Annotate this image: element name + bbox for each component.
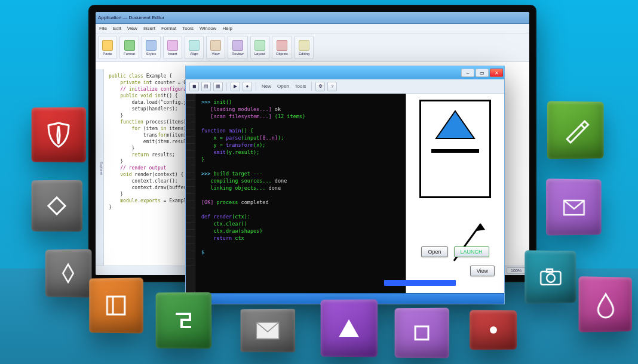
ribbon-group[interactable]: Objects bbox=[272, 36, 292, 59]
tb-label[interactable]: Tools bbox=[293, 84, 308, 89]
close-button[interactable]: ✕ bbox=[490, 69, 503, 77]
tile-shield[interactable] bbox=[32, 107, 87, 163]
maximize-button[interactable]: ▭ bbox=[476, 69, 489, 77]
svg-rect-13 bbox=[415, 326, 428, 340]
tile-envelope[interactable] bbox=[241, 309, 296, 353]
menu-edit[interactable]: Edit bbox=[113, 26, 121, 31]
mail-icon bbox=[559, 192, 588, 222]
svg-point-10 bbox=[547, 274, 555, 282]
launch-button[interactable]: LAUNCH bbox=[454, 246, 489, 257]
status-zoom: 100% bbox=[507, 267, 526, 274]
dot-icon bbox=[478, 315, 508, 345]
tb-debug-icon[interactable]: ● bbox=[243, 82, 252, 91]
tile-mail[interactable] bbox=[546, 178, 602, 235]
tb-run-icon[interactable]: ▶ bbox=[231, 82, 240, 91]
fg-titlebar[interactable]: – ▭ ✕ bbox=[186, 66, 504, 79]
tb-new-icon[interactable]: ◼ bbox=[189, 82, 199, 91]
progress-bar bbox=[384, 280, 456, 286]
triangle-icon bbox=[334, 313, 364, 343]
ribbon-group[interactable]: Align bbox=[185, 36, 204, 59]
tb-settings-icon[interactable]: ⚙ bbox=[315, 82, 325, 91]
open-button[interactable]: Open bbox=[421, 246, 447, 257]
envelope-icon bbox=[253, 316, 283, 346]
menu-format[interactable]: Format bbox=[161, 26, 176, 31]
svg-marker-0 bbox=[436, 111, 474, 138]
triangle-preview-icon bbox=[431, 107, 479, 143]
tb-label[interactable]: New bbox=[260, 84, 273, 89]
svg-rect-11 bbox=[547, 269, 553, 272]
ribbon-group[interactable]: Editing bbox=[295, 36, 314, 59]
tile-columns[interactable] bbox=[89, 277, 143, 333]
pencil-icon bbox=[561, 115, 590, 145]
svg-marker-7 bbox=[339, 319, 359, 337]
ribbon-group[interactable]: Format bbox=[119, 36, 139, 59]
square-icon bbox=[407, 318, 437, 348]
preview-box bbox=[419, 100, 491, 198]
tile-pencil[interactable] bbox=[547, 101, 604, 159]
ribbon-group[interactable]: Layout bbox=[250, 36, 269, 59]
diamond-icon bbox=[42, 191, 72, 221]
ribbon-group[interactable]: Styles bbox=[142, 36, 161, 59]
arrow-pointer-icon bbox=[448, 213, 490, 267]
shield-icon bbox=[44, 120, 73, 150]
tile-camera[interactable] bbox=[524, 250, 576, 303]
tb-help-icon[interactable]: ? bbox=[327, 82, 337, 91]
tile-drop[interactable] bbox=[579, 276, 632, 332]
menu-file[interactable]: File bbox=[99, 26, 107, 31]
foreground-window: – ▭ ✕ ◼ ▤ ▦ ▶ ● New Open Tools ⚙ ? >>> i… bbox=[185, 66, 505, 304]
tb-label[interactable]: Open bbox=[275, 84, 291, 89]
tb-save-icon[interactable]: ▦ bbox=[213, 82, 223, 91]
back-window-menu[interactable]: File Edit View Insert Format Tools Windo… bbox=[96, 24, 529, 33]
view-button[interactable]: View bbox=[470, 266, 495, 276]
back-window-title: Application — Document Editor bbox=[96, 12, 529, 24]
menu-tools[interactable]: Tools bbox=[182, 26, 194, 31]
preview-panel: Open LAUNCH View bbox=[406, 94, 504, 293]
terminal-output[interactable]: >>> init() [loading modules...] ok [scan… bbox=[195, 94, 406, 293]
camera-icon bbox=[536, 262, 565, 292]
ribbon-group[interactable]: Paste bbox=[98, 36, 117, 59]
sidebar-tab[interactable]: Explorer bbox=[96, 69, 104, 266]
line-gutter bbox=[186, 94, 195, 293]
ribbon-group[interactable]: Insert bbox=[163, 36, 182, 59]
columns-icon bbox=[102, 291, 131, 320]
menu-insert[interactable]: Insert bbox=[143, 26, 155, 31]
menu-window[interactable]: Window bbox=[200, 26, 216, 31]
tb-open-icon[interactable]: ▤ bbox=[201, 82, 211, 91]
svg-point-12 bbox=[490, 326, 497, 334]
menu-view[interactable]: View bbox=[127, 26, 137, 31]
tile-diamond-small[interactable] bbox=[45, 249, 92, 297]
diamond-thin-icon bbox=[54, 258, 83, 289]
fg-toolbar: ◼ ▤ ▦ ▶ ● New Open Tools ⚙ ? bbox=[186, 79, 504, 94]
tile-u-shape[interactable] bbox=[156, 292, 211, 349]
ribbon: Paste Format Styles Insert Align View Re… bbox=[96, 33, 529, 62]
tile-triangle[interactable] bbox=[321, 300, 378, 357]
minimize-button[interactable]: – bbox=[461, 69, 474, 77]
tile-small-red[interactable] bbox=[470, 310, 517, 350]
drop-outline-icon bbox=[591, 289, 620, 320]
svg-rect-4 bbox=[107, 297, 125, 314]
menu-help[interactable]: Help bbox=[222, 26, 232, 31]
svg-rect-2 bbox=[48, 198, 65, 214]
svg-marker-3 bbox=[63, 264, 73, 282]
ribbon-group[interactable]: Review bbox=[228, 36, 248, 59]
tile-diamond[interactable] bbox=[32, 180, 83, 232]
ribbon-group[interactable]: View bbox=[206, 36, 225, 59]
tile-purple-square[interactable] bbox=[395, 308, 450, 359]
u-shape-icon bbox=[168, 306, 198, 335]
